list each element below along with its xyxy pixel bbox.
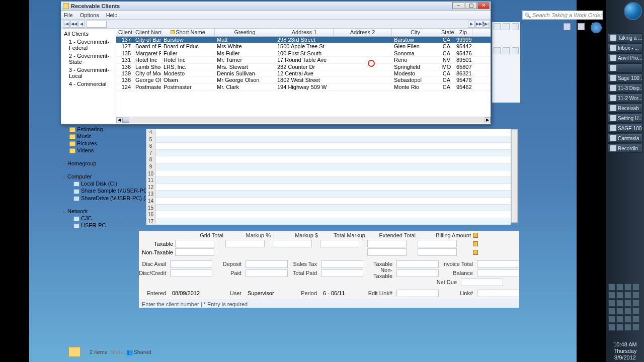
lock-icon[interactable] bbox=[473, 241, 478, 246]
tree-drive-item[interactable]: Share Sample (\\USER-PC) (Y:) bbox=[62, 187, 133, 194]
taskbar-item[interactable]: 11-3 Disp... bbox=[608, 83, 642, 93]
nav-back-button[interactable]: ◀ bbox=[78, 21, 85, 28]
taskbar-item[interactable]: Anvil Pro... bbox=[608, 53, 642, 62]
menu-options[interactable]: Options bbox=[80, 12, 99, 18]
tree-drive-item[interactable]: Local Disk (C:) bbox=[62, 180, 133, 187]
taskbar-item[interactable]: Sage 100 ... bbox=[608, 73, 642, 82]
tree-network[interactable]: Network bbox=[62, 208, 133, 215]
table-row[interactable]: 136Lamb Shoes, ILRS, Inc.Mrs. Stewart232… bbox=[116, 64, 491, 70]
search-input[interactable]: Search Taking a Work Order bbox=[522, 11, 603, 20]
table-row[interactable]: 131Hotel IncHotel IncMr. Turner17 Round … bbox=[116, 57, 491, 63]
ie-icon[interactable] bbox=[591, 22, 602, 33]
nav-prev-button[interactable]: ◀◀ bbox=[70, 21, 77, 28]
grid-header[interactable]: Client Client Nam Short Name Greeting Ad… bbox=[116, 29, 491, 37]
record-input[interactable] bbox=[87, 21, 107, 28]
summary-panel: Disc Avail Deposit Sales Tax Taxable Inv… bbox=[139, 259, 519, 298]
taskbar-item[interactable]: Camtasia... bbox=[608, 134, 642, 143]
filter-item[interactable]: 4 - Commercial bbox=[62, 80, 115, 88]
taskbar-item[interactable]: Inbox - ... bbox=[608, 43, 642, 52]
explorer-status: 2 items State: 👥 Shared bbox=[68, 346, 151, 358]
scrollbar-h[interactable]: ◀ ▶ bbox=[116, 117, 491, 123]
tree-homegroup[interactable]: Homegroup bbox=[62, 160, 133, 167]
sort-icon[interactable] bbox=[171, 30, 175, 34]
menubar: File Options Help bbox=[61, 11, 491, 20]
col-city: City bbox=[392, 29, 439, 36]
taskbar-item[interactable]: Setting U... bbox=[608, 114, 642, 123]
menu-file[interactable]: File bbox=[64, 12, 73, 18]
window-title: Receivable Clients bbox=[71, 3, 120, 9]
maximize-button[interactable]: ▢ bbox=[465, 2, 477, 9]
detail-grid[interactable]: 4567891011121314151617 bbox=[146, 129, 511, 223]
filter-item[interactable]: 1 - Government-Federal bbox=[62, 38, 115, 52]
table-row[interactable]: 124Postmaster -PostmasterMr. Clark194 Hi… bbox=[116, 84, 491, 90]
lock-icon[interactable] bbox=[473, 250, 478, 255]
close-button[interactable]: ✕ bbox=[477, 2, 490, 9]
app-icon bbox=[63, 3, 69, 9]
col-client: Client bbox=[116, 29, 133, 36]
start-button[interactable] bbox=[624, 2, 642, 20]
refresh-button[interactable]: ↻ bbox=[480, 21, 488, 28]
table-row[interactable]: 139City of ModesModestoDennis Sullivan12… bbox=[116, 70, 491, 77]
taskbar-item[interactable] bbox=[608, 63, 642, 72]
explorer-tree: EstimatingMusicPicturesVideos Homegroup … bbox=[62, 126, 133, 307]
clock[interactable]: 10:48 AM Thursday 8/9/2012 bbox=[606, 341, 644, 361]
col-short-name: Short Name bbox=[162, 29, 215, 36]
col-address1: Address 1 bbox=[275, 29, 334, 36]
client-filter-tree: All Clients 1 - Government-Federal2 - Go… bbox=[61, 29, 116, 123]
scroll-left-icon: ◀ bbox=[116, 117, 122, 123]
titlebar[interactable]: Receivable Clients – ▢ ✕ bbox=[61, 2, 491, 11]
menu-help[interactable]: Help bbox=[106, 12, 118, 18]
back-toolbar-strip bbox=[492, 22, 520, 103]
taskbar-item[interactable]: Receivab bbox=[608, 104, 642, 113]
taskbar-item[interactable]: Taking a ... bbox=[608, 33, 642, 42]
clients-grid[interactable]: Client Client Nam Short Name Greeting Ad… bbox=[116, 29, 491, 123]
preview-icon[interactable] bbox=[578, 23, 585, 30]
table-row[interactable]: 138George OlsonOlsenMr George Olson1802 … bbox=[116, 77, 491, 83]
col-zip: Zip bbox=[454, 29, 472, 36]
table-row[interactable]: 135Margaret FullFullerMs Fuller100 First… bbox=[116, 50, 491, 57]
receivable-clients-window: Receivable Clients – ▢ ✕ File Options He… bbox=[60, 1, 491, 125]
nav-fwd-button[interactable]: ▶ bbox=[468, 21, 475, 28]
taskbar: Taking a ...Inbox - ...Anvil Pro...Sage … bbox=[606, 0, 644, 362]
taskbar-item[interactable]: 11-2 Wor... bbox=[608, 94, 642, 103]
scroll-thumb bbox=[122, 118, 129, 123]
tree-all-clients[interactable]: All Clients bbox=[62, 30, 115, 38]
tree-lib-item[interactable]: Videos bbox=[62, 147, 133, 154]
lock-icon[interactable] bbox=[473, 233, 478, 238]
tree-computer[interactable]: Computer bbox=[62, 173, 133, 180]
toolbar: |◀ ◀◀ ◀ ▶ ▶▶ ▶| ↻ bbox=[61, 20, 491, 29]
col-greeting: Greeting bbox=[215, 29, 275, 36]
system-tray bbox=[608, 284, 642, 332]
table-row[interactable]: 137City of BarstoBarstowMatt298 23rd Str… bbox=[116, 37, 491, 43]
table-row[interactable]: 127Board of EducBoard of EducMrs White15… bbox=[116, 43, 491, 50]
col-client-name: Client Nam bbox=[133, 29, 162, 36]
scrollbar-v[interactable] bbox=[511, 129, 518, 223]
nav-first-button[interactable]: |◀ bbox=[63, 21, 70, 28]
tree-lib-item[interactable]: Estimating bbox=[62, 126, 133, 133]
cursor-indicator-icon bbox=[367, 59, 374, 66]
tree-drive-item[interactable]: ShareDrive (\\USER-PC) (Z:) bbox=[62, 195, 133, 202]
tree-lib-item[interactable]: Pictures bbox=[62, 140, 133, 147]
tree-lib-item[interactable]: Music bbox=[62, 133, 133, 140]
filter-item[interactable]: 3 - Government-Local bbox=[62, 66, 115, 80]
tree-network-item[interactable]: CJC bbox=[62, 215, 133, 222]
minimize-button[interactable]: – bbox=[452, 2, 464, 9]
tree-network-item[interactable]: USER-PC bbox=[62, 222, 133, 229]
statusbar: Enter the client number | * Entry is req… bbox=[139, 300, 519, 308]
folder-icon bbox=[68, 347, 80, 357]
col-address2: Address 2 bbox=[334, 29, 392, 36]
taskbar-item[interactable]: SAGE 100... bbox=[608, 124, 642, 133]
col-state: State bbox=[439, 29, 454, 36]
filter-item[interactable]: 2 - Government-State bbox=[62, 52, 115, 66]
view-icon[interactable] bbox=[564, 23, 571, 30]
taskbar-item[interactable]: Recordin... bbox=[608, 144, 642, 153]
scroll-right-icon: ▶ bbox=[485, 117, 491, 123]
